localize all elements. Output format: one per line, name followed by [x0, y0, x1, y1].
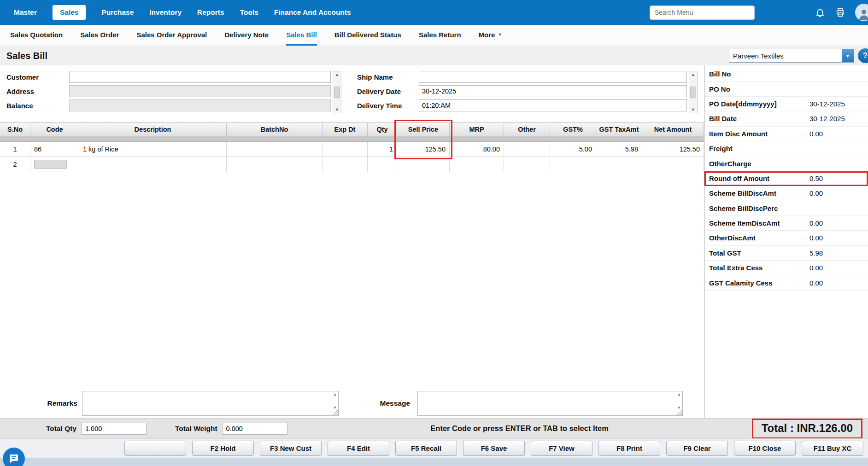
- f5-recall-button[interactable]: F5 Recall: [395, 441, 457, 456]
- scroll-up-icon[interactable]: ▲: [335, 72, 339, 77]
- f10-close-button[interactable]: F10 Close: [734, 441, 796, 456]
- f2-hold-button[interactable]: F2 Hold: [192, 441, 254, 456]
- shipping-scrollbar[interactable]: ▲ ▼: [689, 71, 698, 113]
- customer-input[interactable]: [69, 71, 331, 83]
- total-weight-input[interactable]: [222, 423, 287, 435]
- cell-qty[interactable]: [368, 157, 397, 172]
- avatar[interactable]: [855, 4, 868, 21]
- main-content: Customer Address Balance ▲ ▼: [0, 65, 868, 418]
- summary-value: 0.00: [809, 264, 868, 272]
- cell-mrp[interactable]: 80.00: [450, 142, 504, 157]
- total-qty-input[interactable]: [81, 423, 147, 435]
- message-textarea[interactable]: [418, 391, 682, 415]
- chevron-down-icon: ▼: [498, 32, 502, 37]
- summary-value: 0.00: [809, 189, 868, 197]
- scroll-down-icon[interactable]: ▼: [677, 406, 681, 410]
- f11-buy-xc-button[interactable]: F11 Buy XC: [802, 441, 863, 456]
- tab-delivery-note[interactable]: Delivery Note: [224, 25, 269, 46]
- scroll-up-icon[interactable]: ▲: [677, 392, 681, 396]
- remarks-textarea[interactable]: [82, 391, 338, 415]
- delivery-time-input[interactable]: [419, 99, 687, 111]
- remarks-row: Remarks ▲ ▼ Message ▲ ▼: [0, 389, 704, 418]
- cell-other[interactable]: [504, 142, 550, 157]
- cell-other[interactable]: [504, 157, 550, 172]
- cell-expdt[interactable]: [323, 142, 368, 157]
- tab-more[interactable]: More ▼: [479, 25, 502, 46]
- scrollbar-thumb[interactable]: [334, 87, 340, 98]
- cell-batchno[interactable]: [227, 157, 323, 172]
- cell-sno[interactable]: 2: [0, 157, 30, 172]
- scroll-up-icon[interactable]: ▲: [691, 72, 695, 77]
- bill-summary-panel: Bill No PO No PO Date[ddmmyyyy] 30-12-20…: [704, 65, 868, 418]
- tab-sales-order-approval[interactable]: Sales Order Approval: [136, 25, 207, 46]
- scroll-down-icon[interactable]: ▼: [691, 107, 695, 112]
- menu-sales[interactable]: Sales: [53, 5, 86, 20]
- menu-inventory[interactable]: Inventory: [149, 8, 182, 17]
- tab-sales-order[interactable]: Sales Order: [80, 25, 119, 46]
- cell-sell-price[interactable]: 125.50: [397, 142, 450, 157]
- blank-button[interactable]: [124, 441, 186, 456]
- scroll-up-icon[interactable]: ▲: [333, 392, 337, 396]
- summary-label: Bill Date: [709, 115, 809, 122]
- tab-more-label: More: [479, 31, 495, 39]
- bell-icon[interactable]: [815, 7, 826, 18]
- topbar-right: [650, 4, 868, 21]
- menu-tools[interactable]: Tools: [240, 8, 258, 17]
- summary-label: Total Extra Cess: [709, 264, 809, 272]
- cell-batchno[interactable]: [227, 142, 323, 157]
- col-sno: S.No: [0, 123, 30, 136]
- printer-icon[interactable]: [835, 7, 846, 18]
- f9-clear-button[interactable]: F9 Clear: [666, 441, 728, 456]
- cell-gst-pct[interactable]: 5.00: [550, 142, 596, 157]
- cell-net-amount[interactable]: [642, 157, 704, 172]
- menu-purchase[interactable]: Purchase: [101, 8, 134, 17]
- cell-sell-price[interactable]: [397, 157, 450, 172]
- scroll-down-icon[interactable]: ▼: [335, 107, 339, 112]
- customer-form-group: Customer Address Balance: [0, 71, 331, 120]
- message-field: ▲ ▼: [417, 391, 683, 416]
- sales-subnav: Sales Quotation Sales Order Sales Order …: [0, 25, 868, 46]
- scroll-down-icon[interactable]: ▼: [333, 406, 337, 410]
- dropdown-arrow-button[interactable]: ▼: [842, 49, 854, 62]
- company-select[interactable]: Parveen Textiles ▼: [729, 49, 854, 63]
- cell-net-amount[interactable]: 125.50: [642, 142, 704, 157]
- menu-reports[interactable]: Reports: [197, 8, 224, 17]
- summary-value: 0.50: [809, 175, 867, 182]
- chat-icon[interactable]: [3, 448, 25, 466]
- cell-code[interactable]: [30, 157, 79, 172]
- ship-name-input[interactable]: [419, 71, 687, 83]
- customer-scrollbar[interactable]: ▲ ▼: [333, 71, 341, 113]
- menu-finance-accounts[interactable]: Finance And Accounts: [274, 8, 351, 17]
- scrollbar-thumb[interactable]: [690, 87, 696, 98]
- search-input[interactable]: [650, 6, 755, 20]
- summary-label: Round off Amount: [709, 175, 809, 182]
- tab-bill-delivered-status[interactable]: Bill Delivered Status: [334, 25, 401, 46]
- cell-gst-taxamt[interactable]: 5.98: [596, 142, 642, 157]
- tab-sales-return[interactable]: Sales Return: [419, 25, 461, 46]
- cell-sno[interactable]: 1: [0, 142, 30, 157]
- f8-print-button[interactable]: F8 Print: [598, 441, 660, 456]
- menu-master[interactable]: Master: [14, 8, 37, 17]
- f4-edit-button[interactable]: F4 Edit: [328, 441, 389, 456]
- summary-label: Bill No: [709, 70, 809, 78]
- address-label: Address: [0, 87, 69, 95]
- cell-mrp[interactable]: [450, 157, 504, 172]
- f6-save-button[interactable]: F6 Save: [463, 441, 525, 456]
- delivery-date-input[interactable]: [419, 85, 687, 97]
- f3-new-cust-button[interactable]: F3 New Cust: [260, 441, 322, 456]
- cell-code[interactable]: 86: [30, 142, 79, 157]
- tab-sales-quotation[interactable]: Sales Quotation: [10, 25, 63, 46]
- summary-label: Scheme BillDiscPerc: [709, 204, 809, 212]
- cell-description[interactable]: [79, 157, 227, 172]
- help-icon[interactable]: ?: [858, 48, 868, 63]
- cell-description[interactable]: 1 kg of Rice: [79, 142, 227, 157]
- message-label: Message: [339, 399, 417, 408]
- cell-expdt[interactable]: [323, 157, 368, 172]
- cell-qty[interactable]: 1: [368, 142, 397, 157]
- summary-label: Item Disc Amount: [709, 130, 809, 138]
- cell-gst-pct[interactable]: [550, 157, 596, 172]
- code-edit-cell[interactable]: [34, 160, 67, 169]
- f7-view-button[interactable]: F7 View: [531, 441, 592, 456]
- tab-sales-bill[interactable]: Sales Bill: [286, 25, 317, 46]
- cell-gst-taxamt[interactable]: [596, 157, 642, 172]
